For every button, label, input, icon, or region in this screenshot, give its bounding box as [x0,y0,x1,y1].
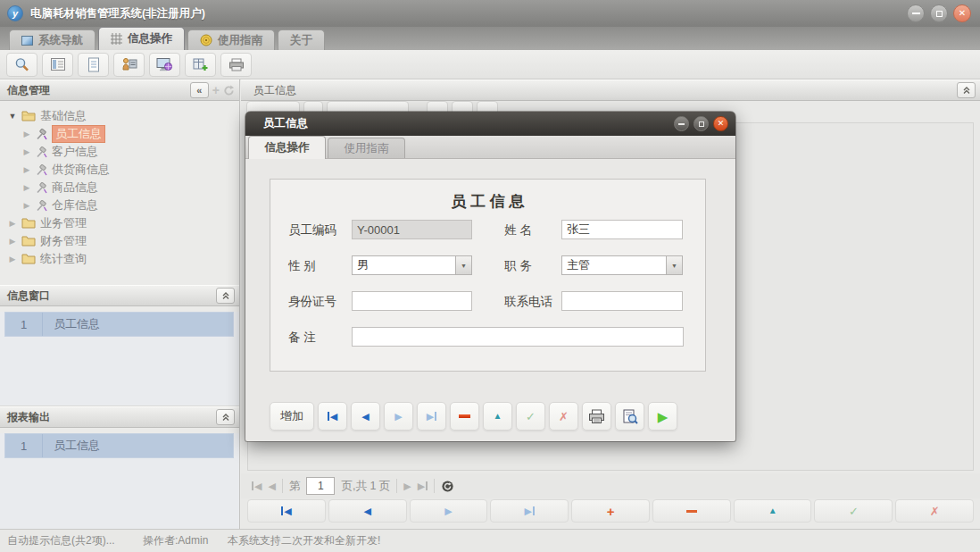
cancel-record-button[interactable]: ✗ [895,499,974,523]
expanded-arrow-icon[interactable]: ▼ [8,113,17,121]
tree-node-supplier-info[interactable]: ▶ 供货商信息 [0,161,239,179]
dialog-tab-info-operation[interactable]: 信息操作 [248,136,326,159]
prev-page-button[interactable]: ◀ [268,481,275,491]
confirm-record-button[interactable]: ✓ [814,499,893,523]
row-label[interactable]: 员工信息 [43,316,100,332]
tree-label[interactable]: 业务管理 [40,215,87,231]
tree-label[interactable]: 客户信息 [52,144,98,160]
prev-record-button[interactable]: ◀ [351,402,380,431]
tree-node-statistics-query[interactable]: ▶ 统计查询 [0,250,239,268]
edit-record-button[interactable]: ▲ [734,499,812,523]
tab-about[interactable]: 关于 [278,29,325,50]
dropdown-arrow-icon[interactable]: ▼ [666,256,682,274]
tree-label[interactable]: 统计查询 [40,251,87,267]
prev-record-button[interactable]: ◀ [328,499,407,523]
divider [434,479,435,493]
tab-label: 信息操作 [128,31,172,46]
report-output-row[interactable]: 1 员工信息 [4,433,234,458]
tree-node-customer-info[interactable]: ▶ 客户信息 [0,143,239,161]
phone-field[interactable] [561,291,683,311]
collapsed-arrow-icon[interactable]: ▶ [8,238,17,246]
employee-name-field[interactable] [561,220,683,239]
next-record-button[interactable]: ▶ [384,402,413,431]
tree-node-product-info[interactable]: ▶ 商品信息 [0,179,239,197]
last-record-button[interactable]: ▶ [490,499,569,523]
first-record-button[interactable]: ◀ [247,499,326,523]
tree-node-finance-mgmt[interactable]: ▶ 财务管理 [0,232,239,250]
next-page-button[interactable]: ▶ [403,481,411,491]
collapsed-arrow-icon[interactable]: ▶ [22,202,31,210]
dialog-maximize-button[interactable] [693,116,709,131]
minimize-button[interactable] [907,4,925,22]
employee-code-field[interactable] [352,220,472,239]
tree-node-basic-info[interactable]: ▼ 基础信息 [0,107,239,125]
tree-label[interactable]: 商品信息 [52,180,98,196]
tab-info-operation[interactable]: 信息操作 [98,27,185,50]
tab-label: 关于 [290,33,312,48]
tree-node-business-mgmt[interactable]: ▶ 业务管理 [0,214,239,232]
tree-node-warehouse-info[interactable]: ▶ 仓库信息 [0,197,239,214]
row-label[interactable]: 员工信息 [43,438,100,454]
collapsed-arrow-icon[interactable]: ▶ [22,166,31,174]
employee-chart-toolbar-button[interactable] [113,53,145,77]
collapsed-arrow-icon[interactable]: ▶ [22,130,31,138]
monitor-globe-toolbar-button[interactable] [149,53,180,77]
print-button[interactable] [582,402,611,431]
collapse-report-output-button[interactable] [216,409,235,425]
dialog-minimize-button[interactable] [674,116,689,131]
position-select[interactable]: 主管 ▼ [561,255,683,275]
print-preview-button[interactable] [615,402,644,431]
id-number-field[interactable] [352,291,472,311]
collapse-main-panel-button[interactable] [957,82,976,98]
add-panel-icon[interactable]: + [212,84,220,96]
cancel-button[interactable]: ✗ [549,402,578,431]
last-page-button[interactable]: ▶ [418,481,428,491]
info-window-row[interactable]: 1 员工信息 [4,312,234,337]
document-toolbar-button[interactable] [78,53,109,77]
first-page-button[interactable]: ◀ [252,481,262,491]
tab-system-nav[interactable]: 系统导航 [9,29,96,50]
system-nav-icon [21,36,33,46]
dialog-tab-user-guide[interactable]: 使用指南 [328,138,405,158]
dialog-titlebar[interactable]: 员工信息 ✕ [245,112,735,136]
collapsed-arrow-icon[interactable]: ▶ [8,255,17,263]
refresh-pages-icon[interactable] [441,480,454,493]
collapsed-arrow-icon[interactable]: ▶ [22,148,31,156]
table-add-toolbar-button[interactable] [185,53,216,77]
tool-icon [36,164,47,176]
tree-label[interactable]: 基础信息 [40,108,87,124]
maximize-button[interactable] [930,4,948,22]
search-toolbar-button[interactable] [6,53,37,77]
collapse-info-window-button[interactable] [216,288,235,304]
collapse-sidebar-button[interactable]: « [190,82,209,98]
tree-label[interactable]: 供货商信息 [52,162,110,178]
close-button[interactable]: ✕ [953,4,971,22]
remark-field[interactable] [352,327,684,347]
dialog-close-button[interactable]: ✕ [713,116,728,131]
confirm-button[interactable]: ✓ [516,402,545,431]
gender-select[interactable]: 男 ▼ [352,255,472,275]
row-index: 1 [5,313,43,336]
first-record-button[interactable]: ◀ [318,402,347,431]
run-report-button[interactable]: ▶ [648,402,677,431]
refresh-panel-icon[interactable] [223,85,235,96]
dropdown-arrow-icon[interactable]: ▼ [455,256,471,274]
collapsed-arrow-icon[interactable]: ▶ [22,184,31,192]
last-record-button[interactable]: ▶ [417,402,446,431]
printer-toolbar-button[interactable] [220,53,252,77]
tree-label[interactable]: 仓库信息 [52,197,98,213]
collapsed-arrow-icon[interactable]: ▶ [8,220,17,228]
next-record-button[interactable]: ▶ [410,499,488,523]
page-number-input[interactable] [306,477,335,495]
tree-node-employee-info[interactable]: ▶ 员工信息 [0,125,239,143]
phone-label: 联系电话 [504,294,552,310]
add-record-button[interactable]: + [571,499,650,523]
form-view-toolbar-button[interactable] [42,53,73,77]
tree-label-selected[interactable]: 员工信息 [52,125,105,143]
delete-record-button[interactable] [450,402,479,431]
delete-record-button[interactable] [652,499,731,523]
add-button[interactable]: 增加 [270,402,314,431]
edit-record-button[interactable]: ▲ [483,402,512,431]
tree-label[interactable]: 财务管理 [40,233,87,249]
tab-user-guide[interactable]: 使用指南 [187,29,275,50]
